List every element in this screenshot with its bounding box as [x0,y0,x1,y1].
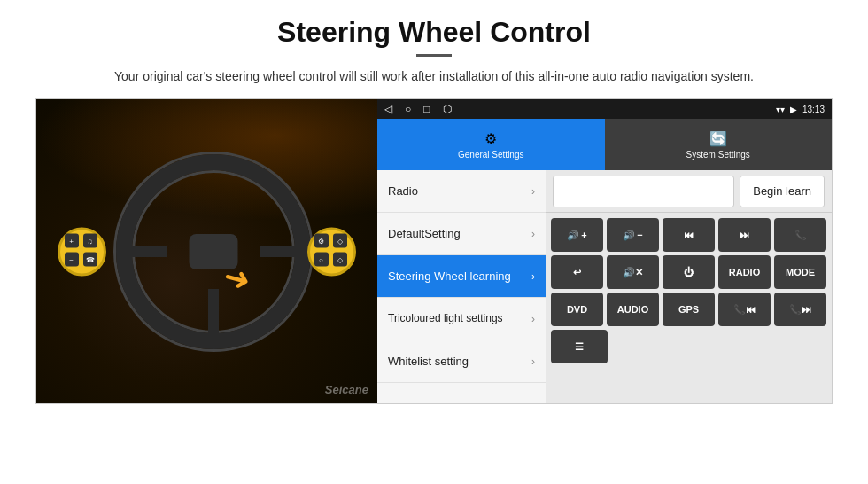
car-image-section: + ♫ − ☎ ⚙ ◇ ○ ◇ ➜ Seicane [36,99,377,403]
btn-cluster-right: ⚙ ◇ ○ ◇ [307,227,356,276]
prev-track-button[interactable]: ⏮ [663,218,715,252]
tab-system-settings-label: System Settings [686,150,750,160]
cluster-btn-3: − [65,253,79,267]
radio-button[interactable]: RADIO [718,255,771,289]
cluster-btn-1: + [65,234,79,248]
mode-label: MODE [786,267,815,277]
menu-item-tricoloured-label: Tricoloured light settings [388,312,503,324]
list-icon: ☰ [575,341,584,353]
begin-learn-button[interactable]: Begin learn [740,176,825,207]
cluster-inner-left: + ♫ − ☎ [65,234,100,269]
vol-up-icon: 🔊 [567,230,579,241]
menu-item-radio-label: Radio [388,184,418,198]
seicane-watermark: Seicane [325,383,368,396]
gps-button[interactable]: GPS [663,293,715,326]
mute-icon: 🔊✕ [623,267,643,278]
menu-item-whitelist-label: Whitelist setting [388,355,469,368]
vol-up-button[interactable]: 🔊+ [551,218,603,252]
dvd-label: DVD [567,304,587,315]
power-icon: ⏻ [684,267,694,277]
page-subtitle: Your original car's steering wheel contr… [114,67,754,86]
back-icon: ↩ [573,267,581,278]
menu-item-default-setting-label: DefaultSetting [388,227,461,240]
android-ui: ◁ ○ □ ⬡ ▾▾ ▶ 13:13 ⚙ General Settings [377,99,832,403]
back-button[interactable]: ↩ [551,255,603,289]
back-nav-icon[interactable]: ◁ [384,103,392,115]
tel-next-button[interactable]: 📞⏭ [774,293,826,326]
btn-row-4: ☰ [551,330,826,363]
cluster-btn-7: ○ [314,253,329,267]
android-status-right: ▾▾ ▶ 13:13 [776,105,825,114]
audio-label: AUDIO [617,304,648,315]
menu-item-steering-chevron: › [531,270,535,283]
recent-nav-icon[interactable]: □ [423,103,430,115]
main-content: + ♫ − ☎ ⚙ ◇ ○ ◇ ➜ Seicane [35,98,833,404]
sw-spoke-left [132,246,167,257]
tab-general-settings-label: General Settings [458,150,524,160]
button-grid: 🔊+ 🔊− ⏮ ⏭ 📞 [546,213,832,369]
tel-prev-button[interactable]: 📞⏮ [718,293,771,326]
sw-spoke-right [260,246,295,257]
status-time: 13:13 [802,105,825,114]
tab-system-settings[interactable]: 🔄 System Settings [605,119,833,170]
menu-item-tricoloured[interactable]: Tricoloured light settings › [377,298,546,340]
title-divider [416,54,452,57]
next-track-button[interactable]: ⏭ [718,218,771,252]
menu-item-tricoloured-chevron: › [531,313,535,325]
btn-row-2: ↩ 🔊✕ ⏻ RADIO MO [551,255,826,289]
android-menu: Radio › DefaultSetting › Steering Wheel … [377,170,546,403]
menu-item-steering-wheel-label: Steering Wheel learning [388,269,511,283]
phone-button[interactable]: 📞 [774,218,826,252]
vol-down-icon: 🔊 [623,230,635,241]
prev-track-icon: ⏮ [684,230,694,240]
cluster-btn-4: ☎ [83,253,97,267]
page-wrapper: Steering Wheel Control Your original car… [0,0,868,484]
system-settings-icon: 🔄 [709,130,727,147]
cluster-inner-right: ⚙ ◇ ○ ◇ [314,234,350,269]
tab-general-settings[interactable]: ⚙ General Settings [377,119,605,170]
menu-item-radio-chevron: › [531,185,535,198]
android-status-bar: ◁ ○ □ ⬡ ▾▾ ▶ 13:13 [377,99,832,119]
android-tabs: ⚙ General Settings 🔄 System Settings [377,119,832,170]
home-nav-icon[interactable]: ○ [405,103,411,115]
cluster-btn-2: ♫ [83,234,97,248]
menu-item-default-chevron: › [531,228,535,240]
menu-item-default-setting[interactable]: DefaultSetting › [377,213,546,255]
btn-cluster-left: + ♫ − ☎ [58,227,106,276]
steering-wheel [116,154,311,349]
general-settings-icon: ⚙ [484,130,497,147]
wifi-icon: ▾▾ [776,105,785,114]
btn-row-3: DVD AUDIO GPS 📞⏮ [551,293,826,326]
menu-item-whitelist[interactable]: Whitelist setting › [377,340,546,383]
dvd-button[interactable]: DVD [551,293,603,326]
android-content: Radio › DefaultSetting › Steering Wheel … [377,170,832,403]
sw-spoke-bottom [208,289,219,333]
vol-down-button[interactable]: 🔊− [607,218,659,252]
radio-label: RADIO [729,267,760,277]
right-panel-top: Begin learn [546,170,832,213]
signal-icon: ▶ [790,105,797,114]
input-box [553,176,734,207]
page-title: Steering Wheel Control [277,16,591,49]
gps-label: GPS [678,304,699,315]
android-right-panel: Begin learn 🔊+ 🔊− [546,170,832,403]
cluster-btn-6: ◇ [333,234,347,248]
menu-item-radio[interactable]: Radio › [377,170,546,213]
mute-button[interactable]: 🔊✕ [607,255,659,289]
menu-item-steering-wheel[interactable]: Steering Wheel learning › [377,255,546,298]
mode-button[interactable]: MODE [774,255,826,289]
cluster-btn-8: ◇ [333,253,347,267]
power-button[interactable]: ⏻ [663,255,715,289]
next-track-icon: ⏭ [740,230,749,240]
cluster-btn-5: ⚙ [314,234,329,248]
tel-prev-icon: 📞⏮ [733,304,756,316]
list-button[interactable]: ☰ [551,330,608,363]
tel-next-icon: 📞⏭ [789,304,811,316]
btn-row-1: 🔊+ 🔊− ⏮ ⏭ 📞 [551,218,826,252]
android-nav-icons: ◁ ○ □ ⬡ [384,103,452,115]
menu-item-whitelist-chevron: › [531,355,535,368]
menu-nav-icon[interactable]: ⬡ [443,103,452,115]
phone-icon: 📞 [794,230,807,241]
audio-button[interactable]: AUDIO [607,293,659,326]
